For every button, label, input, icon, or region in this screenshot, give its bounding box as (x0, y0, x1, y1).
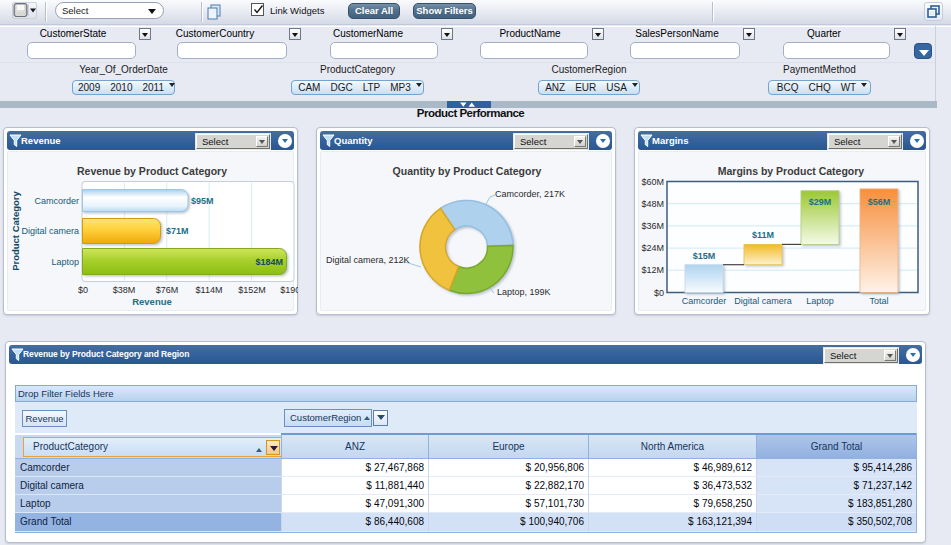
svg-text:Camcorder: Camcorder (682, 296, 727, 306)
svg-text:Product Category: Product Category (10, 190, 21, 270)
svg-text:Revenue by Product Category: Revenue by Product Category (77, 165, 227, 177)
svg-text:$152M: $152M (238, 285, 266, 295)
svg-text:$184M: $184M (255, 257, 283, 267)
svg-text:Revenue: Revenue (132, 296, 172, 307)
svg-text:$48M: $48M (641, 199, 664, 209)
svg-text:$114M: $114M (196, 285, 223, 295)
svg-text:$56M: $56M (868, 197, 891, 207)
svg-text:Quantity by Product Category: Quantity by Product Category (393, 165, 542, 177)
svg-text:Camcorder: Camcorder (34, 196, 79, 206)
svg-text:Laptop: Laptop (51, 257, 79, 267)
svg-text:$15M: $15M (693, 251, 716, 261)
svg-text:$95M: $95M (191, 196, 214, 206)
svg-text:Laptop, 199K: Laptop, 199K (497, 287, 551, 297)
svg-text:$0: $0 (78, 285, 88, 295)
svg-text:$38M: $38M (113, 285, 136, 295)
svg-text:$29M: $29M (809, 197, 832, 207)
svg-text:Camcorder, 217K: Camcorder, 217K (495, 189, 565, 199)
svg-text:$11M: $11M (752, 230, 774, 240)
svg-text:Laptop: Laptop (806, 296, 834, 306)
svg-text:$76M: $76M (156, 285, 179, 295)
svg-text:Digital camera, 212K: Digital camera, 212K (326, 255, 410, 265)
svg-text:$190M: $190M (280, 285, 298, 295)
svg-text:$0: $0 (654, 288, 664, 298)
svg-text:$24M: $24M (641, 243, 664, 253)
svg-text:Margins by Product Category: Margins by Product Category (718, 165, 865, 177)
svg-text:Digital camera: Digital camera (734, 296, 792, 306)
svg-text:$36M: $36M (641, 221, 664, 231)
svg-text:$71M: $71M (166, 226, 189, 236)
svg-text:Digital camera: Digital camera (21, 226, 79, 236)
svg-text:Total: Total (869, 296, 888, 306)
svg-text:$60M: $60M (641, 177, 664, 187)
svg-text:$12M: $12M (641, 265, 664, 275)
